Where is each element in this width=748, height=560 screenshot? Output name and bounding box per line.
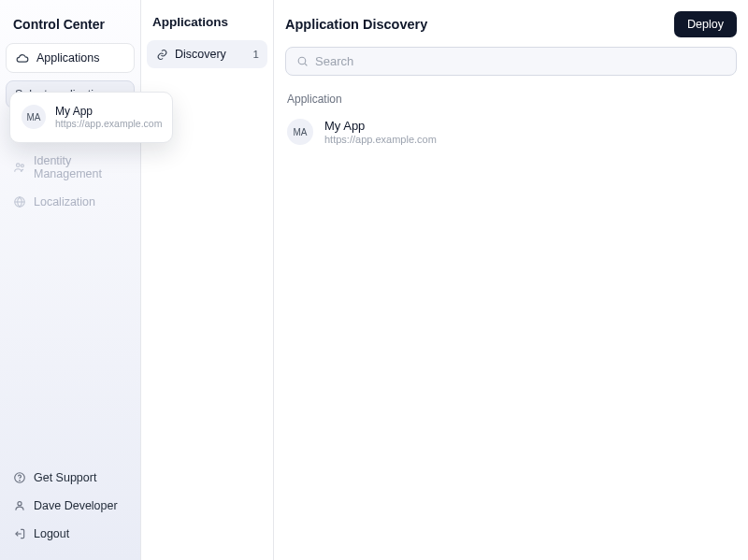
user-label: Dave Developer <box>34 499 118 512</box>
row-name: My App <box>324 119 437 133</box>
users-icon <box>13 161 26 174</box>
sidebar-item-label: Identity Management <box>34 154 127 180</box>
applications-label: Applications <box>36 51 99 65</box>
cloud-icon <box>16 51 29 65</box>
link-icon <box>155 48 168 61</box>
sidebar: Control Center Applications Select appli… <box>0 0 140 560</box>
table-header: Application <box>274 85 748 113</box>
page-title: Application Discovery <box>285 17 427 32</box>
secondary-panel: Applications Discovery 1 <box>140 0 274 560</box>
sub-item-label: Discovery <box>175 48 226 61</box>
sidebar-item-identity[interactable]: Identity Management <box>6 148 135 187</box>
support-label: Get Support <box>34 471 96 484</box>
sidebar-title: Control Center <box>6 9 135 43</box>
row-url: https://app.example.com <box>324 134 437 145</box>
svg-point-4 <box>20 481 21 481</box>
search-icon <box>295 55 309 68</box>
svg-point-7 <box>298 57 306 65</box>
main-panel: Application Discovery Deploy Application… <box>274 0 748 560</box>
sidebar-footer: Get Support Dave Developer Logout <box>6 465 135 551</box>
application-option[interactable]: MA My App https://app.example.com <box>16 98 166 136</box>
logout-icon <box>13 527 26 540</box>
applications-button[interactable]: Applications <box>6 43 135 73</box>
sub-item-count: 1 <box>253 49 259 60</box>
avatar: MA <box>22 105 46 129</box>
sub-item-discovery[interactable]: Discovery 1 <box>147 40 267 68</box>
svg-point-5 <box>18 502 22 506</box>
application-dropdown: MA My App https://app.example.com <box>9 92 173 143</box>
search-input[interactable] <box>315 54 726 68</box>
user-link[interactable]: Dave Developer <box>6 493 135 519</box>
help-icon <box>13 471 26 484</box>
search-field[interactable] <box>285 47 737 76</box>
sidebar-item-label: Localization <box>34 195 95 208</box>
svg-line-8 <box>304 64 306 65</box>
application-option-name: My App <box>55 105 162 118</box>
logout-label: Logout <box>34 527 69 540</box>
support-link[interactable]: Get Support <box>6 465 135 491</box>
user-icon <box>13 499 26 512</box>
svg-point-1 <box>21 165 23 167</box>
sidebar-item-localization[interactable]: Localization <box>6 189 135 215</box>
table-row[interactable]: MA My App https://app.example.com <box>274 113 748 151</box>
avatar: MA <box>287 119 313 145</box>
application-option-url: https://app.example.com <box>55 118 162 130</box>
globe-icon <box>13 195 26 208</box>
secondary-panel-title: Applications <box>147 9 267 40</box>
deploy-button[interactable]: Deploy <box>674 11 737 37</box>
svg-point-0 <box>17 164 21 167</box>
logout-link[interactable]: Logout <box>6 521 135 547</box>
